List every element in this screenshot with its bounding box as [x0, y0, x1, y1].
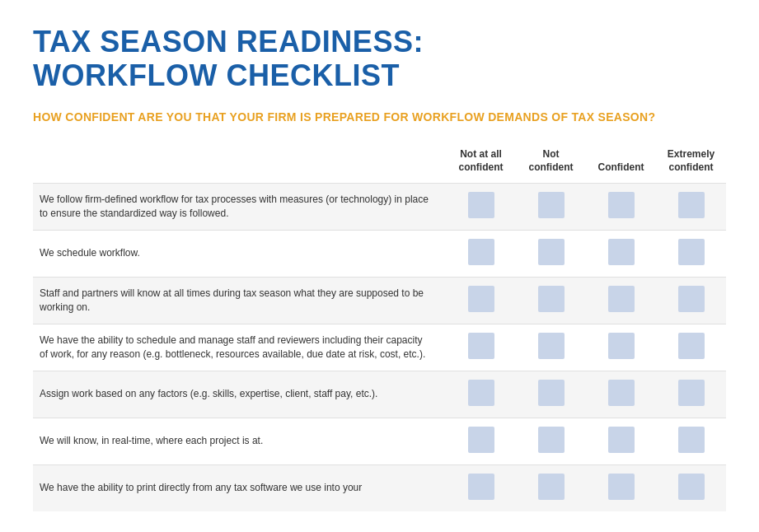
- checkbox-cell-not_at_all[interactable]: [446, 371, 516, 418]
- checkbox-box[interactable]: [608, 380, 635, 406]
- table-row: We schedule workflow.: [33, 230, 726, 277]
- table-row: We follow firm-defined workflow for tax …: [33, 183, 726, 230]
- checkbox-cell-not_confident[interactable]: [516, 230, 586, 277]
- checkbox-cell-not_confident[interactable]: [516, 418, 586, 464]
- checkbox-box[interactable]: [608, 286, 635, 312]
- col-header-label: [33, 143, 446, 183]
- checkbox-box[interactable]: [678, 474, 705, 500]
- col-header-not-at-all: Not at all confident: [446, 143, 516, 183]
- checkbox-cell-not_confident[interactable]: [516, 464, 586, 511]
- table-row: We have the ability to print directly fr…: [33, 464, 726, 511]
- checkbox-box[interactable]: [538, 192, 565, 218]
- col-header-confident: Confident: [586, 143, 656, 183]
- checkbox-cell-confident[interactable]: [586, 464, 656, 511]
- checklist-table: Not at all confident Not confident Confi…: [33, 143, 726, 511]
- col-header-not-confident: Not confident: [516, 143, 586, 183]
- checkbox-cell-confident[interactable]: [586, 371, 656, 418]
- checkbox-box[interactable]: [468, 286, 494, 312]
- checkbox-cell-confident[interactable]: [586, 418, 656, 464]
- checkbox-cell-not_confident[interactable]: [516, 183, 586, 230]
- checkbox-cell-extremely[interactable]: [656, 277, 726, 324]
- checkbox-box[interactable]: [538, 427, 565, 453]
- row-label: We follow firm-defined workflow for tax …: [33, 183, 446, 230]
- checkbox-box[interactable]: [538, 333, 565, 359]
- page-title: TAX SEASON READINESS: WORKFLOW CHECKLIST: [33, 25, 726, 93]
- table-row: Assign work based on any factors (e.g. s…: [33, 371, 726, 418]
- checklist-table-wrapper: Not at all confident Not confident Confi…: [33, 143, 726, 511]
- row-label: We schedule workflow.: [33, 230, 446, 277]
- table-row: We have the ability to schedule and mana…: [33, 324, 726, 371]
- checkbox-cell-not_confident[interactable]: [516, 324, 586, 371]
- row-label: Assign work based on any factors (e.g. s…: [33, 371, 446, 418]
- row-label: We will know, in real-time, where each p…: [33, 418, 446, 464]
- checkbox-cell-confident[interactable]: [586, 277, 656, 324]
- checkbox-cell-extremely[interactable]: [656, 183, 726, 230]
- checkbox-cell-not_at_all[interactable]: [446, 418, 516, 464]
- checkbox-box[interactable]: [538, 286, 565, 312]
- row-label: We have the ability to schedule and mana…: [33, 324, 446, 371]
- checkbox-cell-not_at_all[interactable]: [446, 324, 516, 371]
- checkbox-cell-extremely[interactable]: [656, 464, 726, 511]
- checkbox-box[interactable]: [468, 427, 494, 453]
- table-row: Staff and partners will know at all time…: [33, 277, 726, 324]
- checkbox-cell-confident[interactable]: [586, 324, 656, 371]
- row-label: Staff and partners will know at all time…: [33, 277, 446, 324]
- checkbox-box[interactable]: [678, 333, 705, 359]
- checkbox-box[interactable]: [678, 239, 705, 265]
- checkbox-cell-confident[interactable]: [586, 230, 656, 277]
- checkbox-cell-extremely[interactable]: [656, 230, 726, 277]
- checkbox-cell-not_confident[interactable]: [516, 371, 586, 418]
- checkbox-cell-extremely[interactable]: [656, 324, 726, 371]
- checkbox-box[interactable]: [678, 427, 705, 453]
- checkbox-box[interactable]: [468, 380, 494, 406]
- table-row: We will know, in real-time, where each p…: [33, 418, 726, 464]
- row-label: We have the ability to print directly fr…: [33, 464, 446, 511]
- checkbox-box[interactable]: [678, 380, 705, 406]
- checkbox-box[interactable]: [538, 380, 565, 406]
- checkbox-box[interactable]: [468, 239, 494, 265]
- checkbox-box[interactable]: [468, 474, 494, 500]
- col-header-extremely: Extremely confident: [656, 143, 726, 183]
- checkbox-cell-not_at_all[interactable]: [446, 230, 516, 277]
- checkbox-box[interactable]: [538, 474, 565, 500]
- checkbox-cell-extremely[interactable]: [656, 418, 726, 464]
- checkbox-box[interactable]: [468, 192, 494, 218]
- checkbox-box[interactable]: [678, 286, 705, 312]
- checkbox-box[interactable]: [678, 192, 705, 218]
- checkbox-cell-not_at_all[interactable]: [446, 277, 516, 324]
- checkbox-box[interactable]: [608, 474, 635, 500]
- checkbox-box[interactable]: [538, 239, 565, 265]
- checkbox-cell-not_at_all[interactable]: [446, 464, 516, 511]
- checkbox-box[interactable]: [608, 192, 635, 218]
- checkbox-cell-extremely[interactable]: [656, 371, 726, 418]
- checkbox-cell-not_at_all[interactable]: [446, 183, 516, 230]
- checkbox-cell-confident[interactable]: [586, 183, 656, 230]
- checkbox-box[interactable]: [608, 333, 635, 359]
- page-subtitle: HOW CONFIDENT ARE YOU THAT YOUR FIRM IS …: [33, 110, 726, 126]
- page-container: TAX SEASON READINESS: WORKFLOW CHECKLIST…: [0, 0, 759, 532]
- checkbox-box[interactable]: [608, 239, 635, 265]
- checkbox-cell-not_confident[interactable]: [516, 277, 586, 324]
- checkbox-box[interactable]: [608, 427, 635, 453]
- checkbox-box[interactable]: [468, 333, 494, 359]
